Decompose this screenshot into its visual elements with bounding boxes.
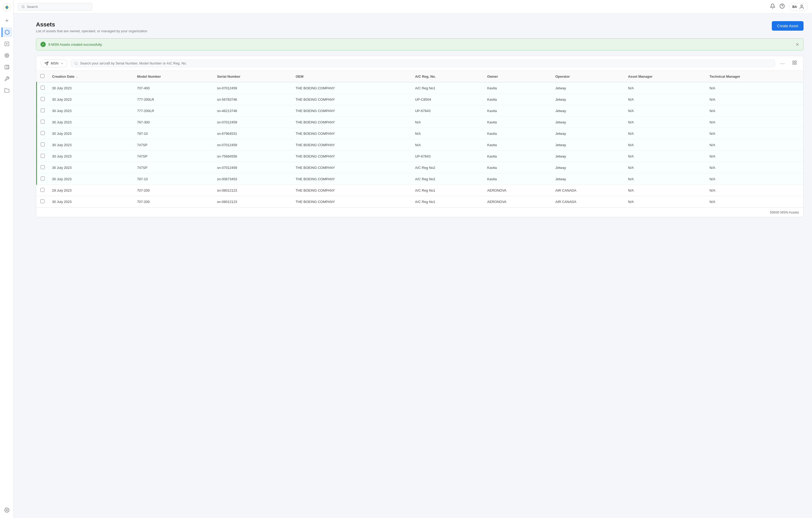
header-owner[interactable]: Owner — [484, 71, 552, 82]
row-asset-manager: N/A — [624, 151, 706, 162]
row-operator: Jetway — [552, 82, 624, 94]
row-model-number: 747SP — [134, 139, 213, 151]
table-search-bar[interactable] — [71, 59, 775, 67]
row-ac-reg: UP-C8504 — [411, 94, 484, 105]
header-oem[interactable]: OEM — [292, 71, 411, 82]
header-creation-date[interactable]: Creation Date ↓ — [48, 71, 134, 82]
user-avatar-icon — [799, 4, 804, 9]
filter-label: MSN — [51, 61, 58, 65]
help-icon[interactable] — [780, 3, 785, 10]
header-technical-manager[interactable]: Technical Manager — [706, 71, 803, 82]
row-model-number: 707-200 — [134, 185, 213, 196]
row-technical-manager: N/A — [706, 128, 803, 139]
svg-point-10 — [22, 5, 24, 8]
row-checkbox-1[interactable] — [41, 97, 45, 101]
row-operator: Jetway — [552, 94, 624, 105]
row-checkbox-3[interactable] — [41, 120, 45, 124]
app-logo[interactable] — [3, 3, 11, 11]
sidebar-item-settings[interactable] — [2, 505, 11, 515]
row-owner: Kavita — [484, 117, 552, 128]
row-asset-manager: N/A — [624, 139, 706, 151]
row-checkbox-7[interactable] — [41, 165, 45, 169]
row-asset-manager: N/A — [624, 94, 706, 105]
global-search-bar[interactable] — [18, 3, 92, 10]
row-model-number: 777-200LR — [134, 105, 213, 117]
row-oem: THE BOEING COMPANY — [292, 117, 411, 128]
sidebar-item-documents[interactable] — [2, 86, 11, 95]
more-options-button[interactable]: ··· — [778, 59, 787, 67]
row-checkbox-5[interactable] — [41, 142, 45, 146]
row-owner: Kavita — [484, 162, 552, 173]
grid-view-button[interactable] — [790, 59, 799, 67]
row-operator: Jetway — [552, 117, 624, 128]
row-checkbox-cell — [37, 94, 49, 105]
row-checkbox-cell — [37, 196, 49, 207]
row-creation-date: 30 July 2023 — [48, 128, 134, 139]
notifications-icon[interactable] — [770, 3, 775, 10]
row-checkbox-cell — [37, 82, 49, 94]
row-model-number: 707-200 — [134, 196, 213, 207]
row-checkbox-6[interactable] — [41, 154, 45, 158]
create-asset-button[interactable]: Create Asset — [772, 21, 804, 31]
sidebar-item-add[interactable] — [2, 16, 11, 25]
row-checkbox-cell — [37, 117, 49, 128]
svg-rect-17 — [793, 61, 794, 62]
row-asset-manager: N/A — [624, 196, 706, 207]
sidebar-item-reports[interactable] — [2, 39, 11, 49]
select-all-checkbox[interactable] — [40, 74, 45, 78]
row-model-number: 747SP — [134, 162, 213, 173]
row-checkbox-cell — [37, 185, 49, 196]
header-model-number[interactable]: Model Number — [134, 71, 213, 82]
table-row: 29 July 2023 707-200 sn-08012123 THE BOE… — [37, 185, 804, 196]
user-initials: BA — [792, 5, 797, 9]
filter-msn-button[interactable]: MSN — [40, 59, 68, 67]
success-message-block: ✓ 9 MSN Assets created successfully. — [40, 42, 103, 47]
row-serial-number: sn-07012459 — [213, 162, 292, 173]
row-checkbox-cell — [37, 105, 49, 117]
row-oem: THE BOEING COMPANY — [292, 151, 411, 162]
row-checkbox-0[interactable] — [41, 86, 45, 90]
header-ac-reg[interactable]: A/C Reg. No. — [411, 71, 484, 82]
topbar: BA — [14, 0, 812, 14]
row-owner: Kavita — [484, 82, 552, 94]
row-checkbox-4[interactable] — [41, 131, 45, 135]
header-operator[interactable]: Operator — [552, 71, 624, 82]
row-technical-manager: N/A — [706, 117, 803, 128]
row-checkbox-10[interactable] — [40, 199, 45, 203]
row-technical-manager: N/A — [706, 139, 803, 151]
sidebar-item-tools[interactable] — [2, 74, 11, 84]
row-checkbox-8[interactable] — [41, 176, 45, 180]
row-ac-reg: A/C Reg No1 — [411, 185, 484, 196]
header-checkbox-col — [37, 71, 49, 82]
header-serial-number[interactable]: Serial Number — [213, 71, 292, 82]
row-creation-date: 30 July 2023 — [48, 139, 134, 151]
sidebar-item-targets[interactable] — [2, 51, 11, 60]
row-checkbox-cell — [37, 139, 49, 151]
row-serial-number: sn-75684556 — [213, 151, 292, 162]
sidebar-item-assets[interactable] — [2, 28, 12, 37]
row-technical-manager: N/A — [706, 151, 803, 162]
row-operator: Jetway — [552, 162, 624, 173]
row-checkbox-9[interactable] — [40, 188, 45, 192]
row-serial-number: sn-67964531 — [213, 128, 292, 139]
row-serial-number: sn-08012123 — [213, 196, 292, 207]
global-search-input[interactable] — [27, 5, 89, 9]
row-owner: AERONOVA — [484, 185, 552, 196]
sidebar-item-tasks[interactable] — [2, 62, 11, 72]
row-asset-manager: N/A — [624, 185, 706, 196]
banner-close-button[interactable]: ✕ — [795, 42, 799, 47]
table-row: 30 July 2023 787-10 sn-00673453 THE BOEI… — [37, 173, 804, 185]
row-asset-manager: N/A — [624, 105, 706, 117]
page-header: Assets List of assets that are owned, op… — [36, 21, 804, 33]
table-row: 30 July 2023 777-200LR sn-56783746 THE B… — [37, 94, 804, 105]
table-search-input[interactable] — [80, 61, 772, 65]
main-content: Assets List of assets that are owned, op… — [28, 14, 812, 518]
user-menu[interactable]: BA — [789, 3, 808, 11]
row-operator: Jetway — [552, 151, 624, 162]
plane-icon — [45, 61, 49, 65]
page-subtitle: List of assets that are owned, operated,… — [36, 29, 147, 33]
header-asset-manager[interactable]: Asset Manager — [624, 71, 706, 82]
row-checkbox-2[interactable] — [41, 108, 45, 112]
svg-point-9 — [6, 510, 7, 511]
row-technical-manager: N/A — [706, 196, 803, 207]
